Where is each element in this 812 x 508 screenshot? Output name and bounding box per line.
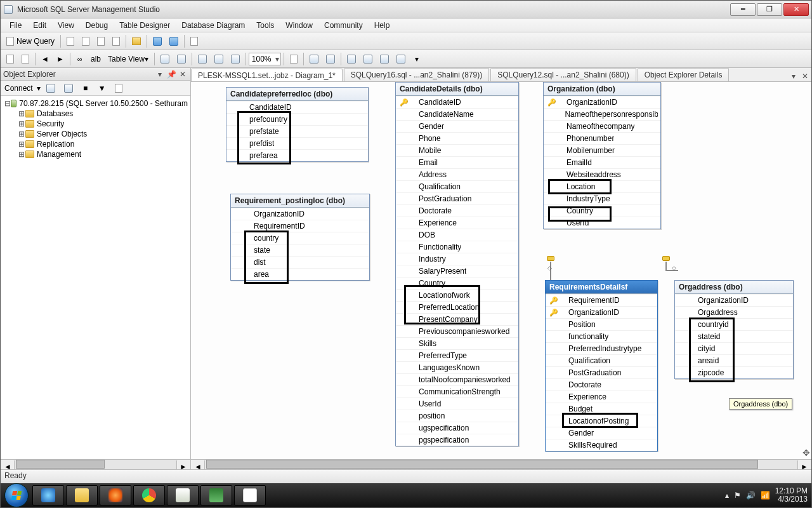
registers-button[interactable] [187,34,201,48]
column-row[interactable]: 🔑OrganizationID [546,306,657,318]
column-row[interactable]: Websiteaddress [544,168,660,180]
column-row[interactable]: PresentCompany [396,313,518,325]
column-row[interactable]: Country [544,204,660,217]
object-explorer-tree[interactable]: ⊟70.87.28.215 (SQL Server 10.50.2500 - S… [1,96,190,459]
column-row[interactable]: 🔑CandidateID [396,96,518,108]
table-candidatepreferredloc[interactable]: Candidatepreferredloc (dbo) CandidateIDp… [226,87,369,162]
minimize-button[interactable]: ━ [730,3,756,16]
diagram-canvas[interactable]: Candidatepreferredloc (dbo) CandidateIDp… [191,82,811,459]
expand-icon[interactable]: ⊞ [17,150,25,159]
table-requirement-postingloc[interactable]: Requirement_postingloc (dbo) Organizatio… [230,194,370,281]
column-row[interactable]: PostGraduation [396,192,518,204]
column-row[interactable]: prefarea [226,149,368,161]
column-row[interactable]: areaid [675,354,793,366]
diagram-hscroll[interactable]: ◄ ► [191,459,811,469]
open-file-button[interactable] [63,34,77,48]
tb-h[interactable] [287,52,301,66]
connect-label[interactable]: Connect [3,84,34,93]
column-row[interactable]: PreferredLocation [396,301,518,313]
column-row[interactable]: Nameofthecompany [544,120,660,132]
oe-btn-c[interactable]: ■ [79,81,93,95]
menu-help[interactable]: Help [369,20,395,31]
open-folder-button[interactable] [129,34,144,48]
menu-table-designer[interactable]: Table Designer [114,20,175,31]
close-button[interactable]: ✕ [783,3,809,16]
column-row[interactable]: Gender [546,427,657,439]
column-row[interactable]: Qualification [396,180,518,192]
column-row[interactable]: CandidateName [396,108,518,120]
panel-pin-button[interactable]: 📌 [166,69,176,79]
column-row[interactable]: pgspecification [396,434,518,446]
tb-navfwd[interactable]: ► [53,52,67,66]
column-row[interactable]: Address [396,168,518,180]
collapse-icon[interactable]: ⊟ [4,99,11,108]
column-row[interactable]: Previouscompaniesworked [396,325,518,337]
column-row[interactable]: DOB [396,229,518,241]
table-requirementsdetails[interactable]: RequirementsDetailsf 🔑RequirementID🔑Orga… [545,280,658,451]
column-row[interactable]: Mobilenumber [544,144,660,156]
column-row[interactable]: Experience [546,391,657,403]
column-row[interactable]: dist [231,256,369,268]
task-excel[interactable] [200,485,232,505]
scroll-thumb[interactable] [16,460,105,469]
panel-dropdown-button[interactable]: ▾ [155,69,165,79]
column-row[interactable]: CandidateID [226,101,368,113]
column-row[interactable]: prefcountry [226,113,368,125]
column-row[interactable]: CommunicationStrength [396,385,518,398]
oe-btn-a[interactable] [43,81,58,95]
table-organization[interactable]: Organization (dbo) 🔑OrganizationIDNameof… [543,82,661,229]
column-row[interactable]: Phone [396,132,518,144]
column-row[interactable]: area [231,268,369,280]
column-row[interactable]: Gender [396,120,518,132]
column-row[interactable]: RequirementID [231,220,369,232]
column-row[interactable]: Doctorate [546,378,657,391]
column-row[interactable]: Position [546,318,657,330]
task-ssms[interactable] [167,485,199,505]
column-row[interactable]: Nameofthepersonresponsibl... [544,108,660,120]
column-row[interactable]: ugspecification [396,422,518,434]
column-row[interactable]: OrganizationID [231,208,369,220]
table-header[interactable]: Requirement_postingloc (dbo) [231,194,369,208]
menu-community[interactable]: Community [319,20,368,31]
network-icon[interactable]: 📶 [761,491,770,500]
column-row[interactable]: Budget [546,403,657,415]
column-row[interactable]: state [231,244,369,256]
column-row[interactable]: Doctorate [396,204,518,217]
task-chrome[interactable] [133,485,165,505]
column-row[interactable]: Country [396,277,518,289]
column-row[interactable]: prefstate [226,125,368,137]
menu-window[interactable]: Window [280,20,318,31]
menu-database-diagram[interactable]: Database Diagram [176,20,250,31]
table-header[interactable]: RequirementsDetailsf [546,281,657,294]
tab-list-button[interactable]: ▾ [789,71,799,81]
column-row[interactable]: Industry [396,253,518,265]
column-row[interactable]: functionality [546,330,657,342]
tb-n[interactable] [393,52,409,66]
tree-replication[interactable]: ⊞Replication [2,139,189,149]
column-row[interactable]: LocationofPosting [546,415,657,427]
tb-i[interactable] [306,52,322,66]
tb-e[interactable] [195,52,210,66]
flag-icon[interactable]: ⚑ [734,491,741,500]
table-view-button[interactable]: Table View ▾ [105,52,152,66]
tb-m[interactable] [377,52,392,66]
zoom-combo[interactable]: 100% [249,53,281,65]
server-node[interactable]: ⊟70.87.28.215 (SQL Server 10.50.2500 - S… [2,98,189,109]
column-row[interactable]: EmailId [544,156,660,168]
tab-query12[interactable]: SQLQuery12.sql - ...an2_Shalini (680)) [490,68,636,81]
tb-d[interactable] [174,52,189,66]
column-row[interactable]: zipcode [675,366,793,378]
menu-view[interactable]: View [53,20,79,31]
task-explorer[interactable] [66,485,98,505]
table-header[interactable]: CandidateDetails (dbo) [396,83,518,96]
task-gtalk[interactable] [234,485,266,505]
column-row[interactable]: prefdist [226,137,368,149]
column-row[interactable]: LanguagesKnown [396,361,518,373]
column-row[interactable]: cityid [675,342,793,354]
tray-expand-icon[interactable]: ▴ [725,491,729,500]
oe-btn-b[interactable] [61,81,76,95]
table-orgaddress[interactable]: Orgaddress (dbo) OrganizationIDOrgaddres… [674,280,794,379]
tab-diagram[interactable]: PLESK-MSSQL1.set...jobz - Diagram_1* [191,69,343,82]
system-tray[interactable]: ▴ ⚑ 🔊 📶 12:10 PM 4/3/2013 [725,487,808,504]
clock[interactable]: 12:10 PM 4/3/2013 [775,487,808,504]
